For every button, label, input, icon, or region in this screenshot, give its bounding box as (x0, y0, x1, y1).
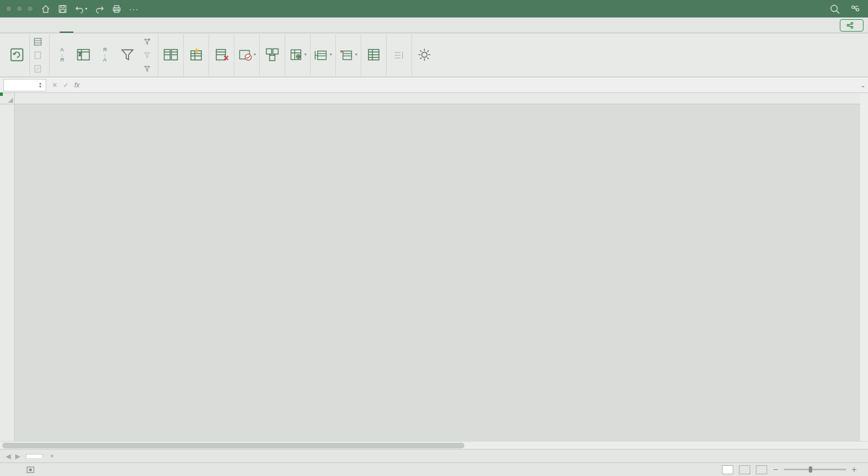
svg-rect-31 (343, 51, 352, 59)
name-box[interactable]: ▲▼ (3, 79, 46, 91)
outline-detail-button[interactable] (387, 34, 412, 76)
svg-rect-20 (191, 51, 202, 60)
queries-button[interactable] (33, 35, 46, 49)
tab-developer[interactable] (100, 26, 114, 33)
advanced-filter-button[interactable] (143, 62, 154, 76)
zoom-window-icon[interactable] (27, 6, 33, 12)
share-toggle-icon[interactable] (850, 4, 860, 14)
svg-point-23 (245, 54, 251, 60)
connections-group (30, 34, 50, 76)
fx-icon[interactable]: fx (74, 81, 79, 89)
text-to-columns-button[interactable] (158, 34, 184, 76)
svg-rect-25 (273, 49, 278, 54)
cells-area[interactable] (15, 104, 860, 441)
svg-rect-12 (11, 49, 23, 60)
tab-formulas[interactable] (46, 26, 60, 33)
tab-home[interactable] (6, 26, 19, 33)
clear-filter-button[interactable] (143, 35, 154, 49)
edit-links-button[interactable] (33, 62, 46, 76)
search-icon[interactable] (830, 4, 840, 14)
sheet-prev-icon[interactable]: ◀ (3, 452, 13, 460)
sheet-tab[interactable] (26, 454, 43, 458)
zoom-slider[interactable] (784, 469, 846, 470)
data-validation-button[interactable]: ▾ (234, 34, 260, 76)
horizontal-scroll-thumb[interactable] (2, 443, 464, 448)
svg-rect-24 (267, 49, 272, 54)
what-if-button[interactable]: ?▾ (285, 34, 311, 76)
svg-point-6 (831, 5, 837, 11)
macro-record-icon[interactable] (26, 465, 35, 474)
remove-duplicates-button[interactable] (209, 34, 234, 76)
svg-text:?: ? (297, 54, 299, 59)
ribbon: A↓Я Z Я↓A ▾ ?▾ ▾ ▾ (0, 33, 868, 77)
svg-point-7 (852, 6, 854, 8)
view-page-layout-icon[interactable] (739, 465, 750, 474)
consolidate-button[interactable] (260, 34, 285, 76)
svg-point-9 (851, 22, 853, 24)
home-icon[interactable] (41, 5, 50, 14)
undo-icon[interactable]: ▾ (75, 5, 87, 14)
sort-asc-button[interactable]: A↓Я (50, 34, 72, 76)
sheet-next-icon[interactable]: ▶ (13, 452, 23, 460)
save-icon[interactable] (58, 5, 67, 14)
svg-text:Z: Z (79, 52, 82, 56)
filter-options-group (140, 34, 158, 76)
cancel-formula-icon[interactable]: ✕ (52, 81, 57, 89)
subtotal-button[interactable] (361, 34, 387, 76)
status-bar: − + (0, 462, 868, 476)
window-controls (6, 6, 33, 12)
svg-point-10 (847, 24, 849, 27)
svg-point-8 (856, 8, 859, 11)
reapply-filter-button[interactable] (143, 49, 154, 62)
spreadsheet-grid[interactable] (0, 93, 868, 441)
horizontal-scrollbar[interactable] (0, 441, 868, 449)
sort-button[interactable]: Z (72, 34, 95, 76)
more-icon[interactable]: ··· (129, 5, 139, 14)
redo-icon[interactable] (95, 5, 104, 14)
tab-data[interactable] (60, 26, 73, 33)
tab-insert[interactable] (19, 26, 33, 33)
add-sheet-icon[interactable]: ＋ (48, 451, 55, 461)
sheet-tabs-bar: ◀ ▶ ＋ (0, 449, 868, 462)
svg-rect-26 (269, 55, 274, 60)
confirm-formula-icon[interactable]: ✓ (63, 81, 69, 89)
svg-rect-1 (61, 6, 64, 8)
vertical-scrollbar[interactable] (860, 93, 868, 441)
svg-rect-13 (34, 38, 41, 45)
print-icon[interactable] (112, 5, 121, 14)
group-button[interactable]: ▾ (311, 34, 336, 76)
svg-rect-2 (60, 10, 65, 12)
view-page-break-icon[interactable] (756, 465, 767, 474)
tab-view[interactable] (87, 26, 100, 33)
filter-button[interactable] (115, 34, 140, 76)
properties-button[interactable] (33, 49, 46, 62)
zoom-out-icon[interactable]: − (773, 465, 778, 475)
ungroup-button[interactable]: ▾ (336, 34, 361, 76)
tab-review[interactable] (73, 26, 87, 33)
formula-bar: ▲▼ ✕ ✓ fx ⌄ (0, 77, 868, 93)
select-all-corner[interactable] (0, 93, 15, 104)
share-button[interactable] (840, 19, 863, 32)
svg-point-11 (851, 26, 853, 28)
svg-rect-30 (318, 51, 326, 59)
quick-access-toolbar: ▾ ··· (41, 5, 139, 14)
ribbon-tabs (0, 17, 868, 33)
tab-pagelayout[interactable] (33, 26, 46, 33)
column-headers[interactable] (15, 93, 860, 104)
svg-rect-14 (35, 52, 41, 59)
flash-fill-button[interactable] (184, 34, 209, 76)
svg-point-35 (29, 469, 32, 471)
svg-point-33 (422, 52, 427, 57)
formula-input[interactable] (82, 79, 858, 91)
titlebar: ▾ ··· (0, 0, 868, 17)
close-window-icon[interactable] (6, 6, 12, 12)
minimize-window-icon[interactable] (16, 6, 23, 12)
expand-formula-bar-icon[interactable]: ⌄ (858, 81, 868, 89)
zoom-in-icon[interactable]: + (852, 465, 857, 475)
view-normal-icon[interactable] (722, 465, 733, 474)
row-headers[interactable] (0, 104, 15, 441)
sort-desc-button[interactable]: Я↓A (95, 34, 115, 76)
refresh-all-button[interactable] (5, 34, 30, 76)
analysis-tools-button[interactable] (412, 34, 437, 76)
